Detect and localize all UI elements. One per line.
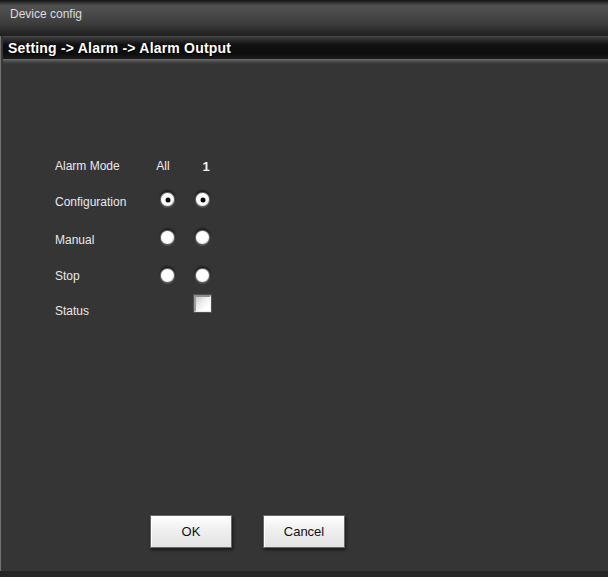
configuration-1-radio[interactable] [195, 192, 210, 207]
configuration-label: Configuration [55, 195, 126, 209]
breadcrumb-bar: Setting -> Alarm -> Alarm Output [0, 36, 608, 59]
device-config-window: Device config Setting -> Alarm -> Alarm … [0, 0, 608, 577]
manual-all-radio[interactable] [160, 230, 175, 245]
ok-button[interactable]: OK [150, 515, 232, 548]
column-header-1: 1 [189, 159, 223, 174]
cancel-button[interactable]: Cancel [263, 515, 345, 548]
status-1-checkbox[interactable] [194, 295, 211, 312]
titlebar[interactable]: Device config [0, 0, 608, 36]
stop-all-radio[interactable] [160, 268, 175, 283]
stop-1-radio[interactable] [195, 268, 210, 283]
configuration-all-radio[interactable] [160, 192, 175, 207]
breadcrumb-bottom-edge [0, 59, 608, 64]
alarm-mode-label: Alarm Mode [55, 159, 120, 173]
manual-1-radio[interactable] [195, 230, 210, 245]
manual-label: Manual [55, 233, 94, 247]
status-label: Status [55, 304, 89, 318]
breadcrumb: Setting -> Alarm -> Alarm Output [8, 40, 231, 56]
window-title: Device config [10, 7, 82, 21]
window-left-edge [0, 36, 3, 577]
stop-label: Stop [55, 269, 80, 283]
column-header-all: All [146, 159, 180, 173]
window-bottom-edge [0, 571, 608, 577]
